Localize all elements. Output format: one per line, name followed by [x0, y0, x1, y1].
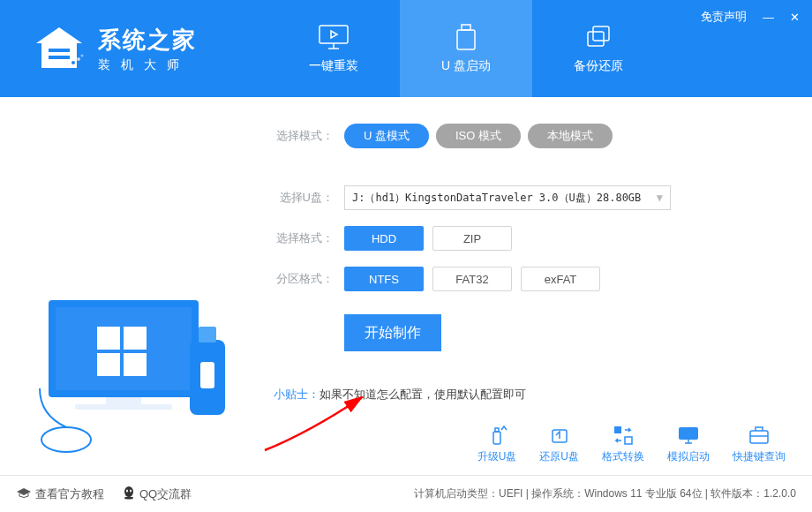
qq-icon	[122, 486, 136, 502]
tab-label: U 盘启动	[441, 58, 491, 74]
udisk-row: 选择U盘： J:（hd1）KingstonDataTraveler 3.0（U盘…	[274, 185, 812, 210]
window-controls: 免责声明 — ✕	[701, 9, 800, 25]
svg-point-2	[71, 61, 75, 64]
svg-rect-5	[320, 26, 348, 43]
action-label: 格式转换	[602, 449, 644, 464]
mode-row: 选择模式： U 盘模式 ISO 模式 本地模式	[274, 124, 812, 148]
svg-rect-18	[106, 397, 141, 404]
header: 系统之家 装机大师 一键重装 U 盘启动 备份还原 免责声明 — ✕	[0, 0, 812, 97]
logo-title: 系统之家	[98, 25, 197, 56]
mode-label: 选择模式：	[274, 128, 344, 144]
tab-reinstall[interactable]: 一键重装	[267, 0, 400, 97]
mode-local[interactable]: 本地模式	[528, 124, 613, 148]
tip-label: 小贴士：	[274, 388, 320, 401]
tip-text: 如果不知道怎么配置，使用默认配置即可	[320, 388, 526, 401]
close-button[interactable]: ✕	[790, 11, 800, 24]
tutorial-text: 查看官方教程	[35, 486, 104, 502]
status-text: 计算机启动类型：UEFI | 操作系统：Windows 11 专业版 64位 |…	[414, 486, 796, 501]
action-hotkey[interactable]: 快捷键查询	[733, 425, 786, 464]
udisk-dropdown[interactable]: J:（hd1）KingstonDataTraveler 3.0（U盘）28.80…	[344, 185, 671, 210]
svg-rect-25	[495, 428, 499, 432]
disclaimer-link[interactable]: 免责声明	[701, 9, 747, 25]
format-row: 选择格式： HDD ZIP	[274, 226, 812, 251]
svg-rect-19	[75, 404, 172, 410]
usb-icon	[450, 23, 482, 51]
svg-point-3	[77, 57, 80, 61]
svg-rect-17	[124, 353, 147, 376]
logo-icon	[31, 24, 87, 73]
tabs: 一键重装 U 盘启动 备份还原	[267, 0, 665, 97]
svg-rect-8	[462, 25, 470, 30]
svg-point-35	[126, 490, 128, 493]
tab-label: 备份还原	[574, 58, 623, 74]
partition-fat32[interactable]: FAT32	[432, 267, 512, 291]
svg-rect-10	[588, 32, 604, 46]
udisk-value: J:（hd1）KingstonDataTraveler 3.0（U盘）28.80…	[352, 191, 641, 206]
action-label: 快捷键查询	[733, 449, 786, 464]
udisk-label: 选择U盘：	[274, 190, 344, 206]
svg-rect-29	[679, 427, 698, 440]
svg-rect-0	[49, 49, 70, 52]
partition-row: 分区格式： NTFS FAT32 exFAT	[274, 267, 812, 291]
action-label: 升级U盘	[477, 449, 517, 464]
svg-rect-27	[614, 426, 621, 433]
svg-rect-28	[625, 437, 632, 444]
svg-rect-22	[199, 327, 216, 343]
chevron-down-icon: ▼	[657, 192, 663, 204]
restore-icon	[547, 425, 572, 446]
svg-rect-11	[593, 26, 609, 41]
usb-up-icon	[485, 425, 509, 446]
svg-rect-14	[97, 327, 120, 350]
svg-rect-1	[49, 56, 70, 59]
illustration	[22, 282, 252, 463]
mode-usb[interactable]: U 盘模式	[344, 124, 429, 148]
svg-rect-32	[750, 431, 768, 443]
action-label: 模拟启动	[667, 449, 710, 464]
bottom-actions: 升级U盘 还原U盘 格式转换 模拟启动 快捷键查询	[477, 425, 786, 464]
minimize-button[interactable]: —	[763, 11, 774, 24]
start-button[interactable]: 开始制作	[344, 314, 441, 351]
convert-icon	[611, 425, 635, 446]
format-zip[interactable]: ZIP	[432, 226, 512, 251]
logo: 系统之家 装机大师	[0, 24, 197, 73]
action-simulate[interactable]: 模拟启动	[667, 425, 710, 464]
svg-rect-24	[493, 432, 500, 444]
tab-usb-boot[interactable]: U 盘启动	[400, 0, 532, 97]
monitor-icon	[676, 425, 701, 446]
action-restore[interactable]: 还原U盘	[539, 425, 579, 464]
partition-ntfs[interactable]: NTFS	[344, 267, 424, 291]
monitor-play-icon	[318, 23, 350, 51]
tutorial-link[interactable]: 查看官方教程	[16, 486, 104, 502]
svg-rect-9	[457, 30, 475, 49]
tab-label: 一键重装	[309, 58, 358, 74]
logo-subtitle: 装机大师	[98, 57, 197, 73]
svg-rect-23	[200, 362, 214, 388]
svg-point-37	[124, 497, 133, 500]
footer: 查看官方教程 QQ交流群 计算机启动类型：UEFI | 操作系统：Windows…	[0, 475, 812, 512]
tip: 小贴士：如果不知道怎么配置，使用默认配置即可	[274, 387, 812, 403]
svg-point-20	[41, 427, 91, 452]
svg-point-36	[130, 490, 132, 493]
format-hdd[interactable]: HDD	[344, 226, 424, 251]
hat-icon	[16, 486, 32, 501]
qq-text: QQ交流群	[139, 486, 192, 502]
qq-link[interactable]: QQ交流群	[122, 486, 192, 502]
action-upgrade[interactable]: 升级U盘	[477, 425, 517, 464]
svg-rect-16	[97, 353, 120, 376]
action-label: 还原U盘	[539, 449, 579, 464]
partition-exfat[interactable]: exFAT	[521, 267, 600, 291]
main-content: 选择模式： U 盘模式 ISO 模式 本地模式 选择U盘： J:（hd1）Kin…	[0, 97, 812, 475]
format-label: 选择格式：	[274, 230, 344, 246]
briefcase-icon	[747, 425, 771, 446]
svg-point-4	[81, 55, 84, 57]
partition-label: 分区格式：	[274, 271, 344, 287]
svg-rect-15	[124, 327, 147, 350]
svg-point-34	[124, 486, 133, 497]
mode-iso[interactable]: ISO 模式	[436, 124, 521, 148]
copy-icon	[583, 23, 614, 51]
action-convert[interactable]: 格式转换	[602, 425, 644, 464]
tab-backup-restore[interactable]: 备份还原	[532, 0, 665, 97]
